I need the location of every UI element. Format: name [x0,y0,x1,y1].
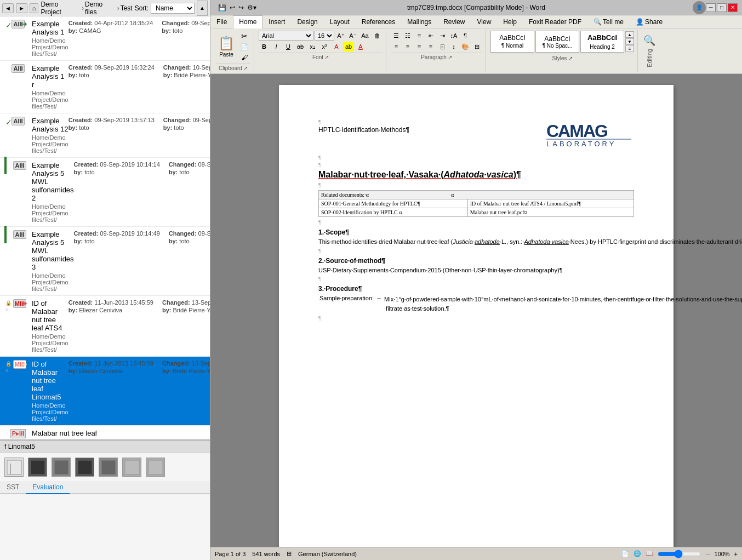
minimize-button[interactable]: ─ [706,3,716,12]
undo-quick-btn[interactable]: ↩ [229,3,236,12]
file-name: Example Analysis 12 [32,117,69,133]
font-name-select[interactable]: Arial [259,31,313,41]
tab-design[interactable]: Design [291,15,323,28]
font-color-button[interactable]: A [355,42,366,52]
show-marks-button[interactable]: ¶ [460,31,471,41]
styles-more-button[interactable]: ≡ [625,45,634,52]
view-print-icon[interactable]: 📄 [621,550,629,557]
strikethrough-button[interactable]: ab [295,42,306,52]
arrow-icon [21,21,27,27]
paragraph-expand-icon[interactable]: ↗ [448,54,452,60]
grow-font-button[interactable]: A⁺ [335,31,346,41]
decrease-indent-button[interactable]: ⇤ [425,31,436,41]
styles-down-button[interactable]: ▼ [625,38,634,45]
thumbnail[interactable] [99,458,118,477]
thumbnail[interactable] [28,458,47,477]
created-label: Created: 09-Sep-2019 16:32:24 [69,64,155,71]
numbering-button[interactable]: ☷ [402,31,413,41]
multilevel-button[interactable]: ≡ [414,31,425,41]
align-left-button[interactable]: ≡ [391,42,402,52]
list-item[interactable]: AIII Example Analysis 1 r Home/Demo Proj… [0,61,210,113]
save-quick-btn[interactable]: 💾 [217,3,227,12]
list-item[interactable]: 🔒 ○ MIII ID of Malabar nut tree leaf ATS… [0,296,210,357]
restore-button[interactable]: □ [717,3,727,12]
sort-direction-button[interactable]: ▲ [197,1,208,16]
align-right-button[interactable]: ≡ [414,42,425,52]
copy-button[interactable]: 📄 [238,42,250,52]
cut-button[interactable]: ✂ [238,31,250,42]
styles-up-button[interactable]: ▲ [625,31,634,38]
shrink-font-button[interactable]: A⁻ [347,31,358,41]
bullets-button[interactable]: ☰ [391,31,402,41]
view-web-icon[interactable]: 🌐 [633,550,641,557]
list-item[interactable]: AIII Example Analysis 5 MWL sulfonamides… [0,227,210,296]
underline-button[interactable]: U [283,42,294,52]
list-item[interactable]: AIII Example Analysis 5 MWL sulfonamides… [0,158,210,227]
clear-format-button[interactable]: 🗑 [372,31,383,41]
tab-foxit[interactable]: Foxit Reader PDF [523,15,587,28]
forward-button[interactable]: ► [16,3,27,13]
thumbnail[interactable] [75,458,94,477]
style-h2[interactable]: AaBbCcI Heading 2 [580,31,624,53]
find-button[interactable]: 🔍 [641,33,658,48]
para-mark: ¶ [318,276,634,282]
breadcrumb-demo-project[interactable]: Demo Project [41,1,81,16]
tab-share[interactable]: 👤 Share [630,15,669,28]
tab-view[interactable]: View [471,15,498,28]
tab-help[interactable]: Help [497,15,523,28]
shading-button[interactable]: 🎨 [460,42,471,52]
tab-references[interactable]: References [356,15,401,28]
line-spacing-button[interactable]: ↕ [448,42,459,52]
list-item[interactable]: ✓ AIII Example Analysis 12 Home/Demo Pro… [0,113,210,158]
breadcrumb-test[interactable]: Test [121,4,133,12]
thumbnail[interactable] [4,458,24,477]
document-page[interactable]: ¶ HPTLC·Identification·Methods¶ CAMAG LA… [279,85,673,547]
tab-home[interactable]: Home [233,15,262,28]
columns-button[interactable]: ⌻ [437,42,448,52]
increase-indent-button[interactable]: ⇥ [437,31,448,41]
styles-expand-icon[interactable]: ↗ [568,55,573,61]
sort-select[interactable]: Name Date [151,3,195,14]
list-item[interactable]: ✓ AIII Example Analysis 1 Home/Demo Proj… [0,16,210,61]
customize-quick-btn[interactable]: ⚙▾ [246,3,258,12]
close-button[interactable]: ✕ [728,3,738,12]
paste-button[interactable]: 📋 Paste [216,35,237,59]
tab-layout[interactable]: Layout [324,15,356,28]
thumbnail[interactable] [146,458,165,477]
breadcrumb-demo-files[interactable]: Demo files [85,1,116,16]
home-button[interactable]: ⌂ [30,3,39,13]
font-expand-icon[interactable]: ↗ [324,54,329,60]
tab-evaluation[interactable]: Evaluation [26,481,70,494]
list-item[interactable]: P▸III Malabar nut tree leaf Home/Demo Pr… [0,426,210,439]
borders-button[interactable]: ⊞ [471,42,482,52]
sort-button[interactable]: ↕A [448,31,459,41]
subscript-button[interactable]: x₂ [307,42,318,52]
tab-sst[interactable]: SST [0,481,26,494]
style-nospace[interactable]: AaBbCcI ¶ No Spac... [535,31,579,53]
case-button[interactable]: Aa [359,31,370,41]
highlight-button[interactable]: ab [343,42,354,52]
align-center-button[interactable]: ≡ [402,42,413,52]
list-item[interactable]: 🔒 ○ MIII ID of Malabar nut tree leaf Lin… [0,357,210,426]
clipboard-expand-icon[interactable]: ↗ [243,65,248,71]
zoom-in-icon[interactable]: + [734,551,738,557]
thumbnail[interactable] [52,458,71,477]
back-button[interactable]: ◄ [2,3,14,13]
view-read-icon[interactable]: 📖 [646,550,653,557]
italic-button[interactable]: I [271,42,282,52]
tab-mailings[interactable]: Mailings [401,15,437,28]
tab-tellme[interactable]: 🔍 Tell me [587,15,630,28]
style-normal[interactable]: AaBbCcI ¶ Normal [490,31,534,53]
bold-button[interactable]: B [259,42,270,52]
tab-insert[interactable]: Insert [262,15,291,28]
justify-button[interactable]: ≡ [425,42,436,52]
text-effects-button[interactable]: A [331,42,342,52]
tab-file[interactable]: File [210,15,233,28]
font-size-select[interactable]: 16 [315,31,334,41]
thumbnail[interactable] [122,458,141,477]
tab-review[interactable]: Review [437,15,471,28]
zoom-slider[interactable] [658,550,701,558]
format-painter-button[interactable]: 🖌 [238,53,250,62]
redo-quick-btn[interactable]: ↪ [237,3,245,12]
superscript-button[interactable]: x² [319,42,330,52]
